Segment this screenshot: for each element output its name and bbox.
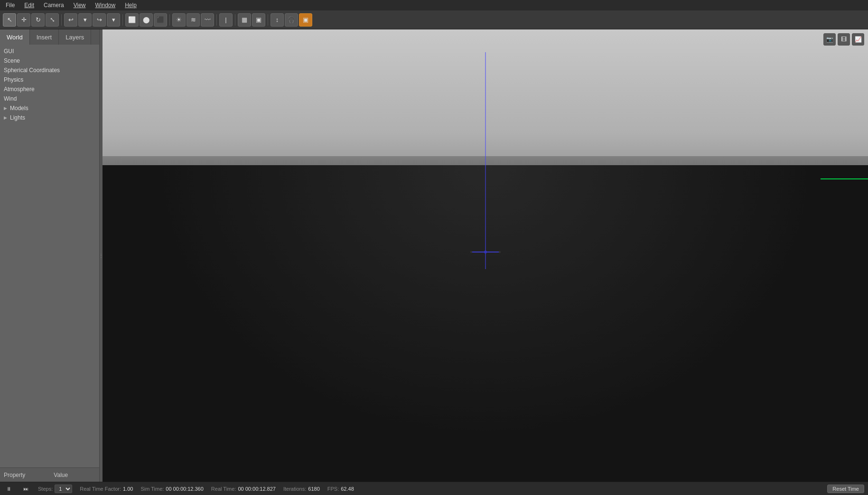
undo-arrow-button[interactable]: ▾ bbox=[78, 13, 92, 27]
iterations-value: 6180 bbox=[308, 486, 319, 492]
tree-item-wind[interactable]: Wind bbox=[0, 94, 99, 103]
toolbar-separator-3 bbox=[169, 14, 170, 26]
fps-group: FPS: 62.48 bbox=[327, 486, 354, 492]
statusbar: ⏸ ⏭ Steps: 1 2 5 Real Time Factor: 1.00 … bbox=[0, 482, 868, 495]
tabs-row: World Insert Layers bbox=[0, 29, 99, 45]
real-time-factor-value: 1.00 bbox=[123, 486, 133, 492]
toolbar-separator-6 bbox=[268, 14, 268, 26]
tree-panel: GUI Scene Spherical Coordinates Physics … bbox=[0, 45, 99, 467]
snap-button[interactable]: | bbox=[219, 13, 233, 27]
real-time-group: Real Time: 00 00:00:12.827 bbox=[211, 486, 276, 492]
menu-window[interactable]: Window bbox=[92, 1, 120, 9]
real-time-factor-label: Real Time Factor: bbox=[80, 486, 121, 492]
sun-button[interactable]: ☀ bbox=[172, 13, 186, 27]
vertical-axis-line bbox=[485, 52, 485, 269]
audio-button[interactable]: 🎧 bbox=[285, 13, 298, 27]
rotate-tool-button[interactable]: ↻ bbox=[31, 13, 45, 27]
reset-time-button[interactable]: Reset Time bbox=[827, 485, 864, 493]
svg-point-5 bbox=[499, 251, 501, 253]
tab-layers[interactable]: Layers bbox=[59, 29, 91, 45]
tree-item-lights[interactable]: Lights bbox=[0, 113, 99, 122]
iterations-label: Iterations: bbox=[283, 486, 306, 492]
menu-help[interactable]: Help bbox=[121, 1, 140, 9]
tree-item-models[interactable]: Models bbox=[0, 103, 99, 113]
toolbar-separator-4 bbox=[216, 14, 217, 26]
fps-value: 62.48 bbox=[341, 486, 354, 492]
save-button[interactable]: ▦ bbox=[238, 13, 251, 27]
green-axis-line bbox=[821, 174, 868, 184]
tree-item-spherical-coordinates[interactable]: Spherical Coordinates bbox=[0, 65, 99, 75]
translate-tool-button[interactable]: ✛ bbox=[17, 13, 30, 27]
viewport-icons: 📷 🎞 📈 bbox=[823, 33, 864, 46]
wave-button[interactable]: 〰 bbox=[201, 13, 214, 27]
screenshot-icon[interactable]: 📷 bbox=[823, 33, 836, 46]
chart-icon[interactable]: 📈 bbox=[852, 33, 864, 46]
sim-time-group: Sim Time: 00 00:00:12.360 bbox=[140, 486, 203, 492]
iterations-group: Iterations: 6180 bbox=[283, 486, 320, 492]
svg-point-4 bbox=[470, 251, 472, 253]
sim-time-value: 00 00:00:12.360 bbox=[166, 486, 204, 492]
tab-world[interactable]: World bbox=[0, 29, 30, 45]
real-time-factor-group: Real Time Factor: 1.00 bbox=[80, 486, 133, 492]
cylinder-button[interactable]: ⬛ bbox=[154, 13, 167, 27]
scale-tool-button[interactable]: ⤡ bbox=[46, 13, 59, 27]
menu-edit[interactable]: Edit bbox=[20, 1, 38, 9]
property-panel: Property Value bbox=[0, 467, 99, 482]
box-button[interactable]: ⬜ bbox=[125, 13, 139, 27]
menu-camera[interactable]: Camera bbox=[40, 1, 68, 9]
steps-select[interactable]: 1 2 5 bbox=[55, 485, 72, 493]
menu-file[interactable]: File bbox=[2, 1, 19, 9]
left-panel: World Insert Layers GUI Scene Spherical … bbox=[0, 29, 100, 482]
terrain-button[interactable]: ≋ bbox=[187, 13, 200, 27]
tree-item-scene[interactable]: Scene bbox=[0, 56, 99, 65]
select-tool-button[interactable]: ↖ bbox=[3, 13, 16, 27]
record-icon[interactable]: 🎞 bbox=[838, 33, 850, 46]
menu-view[interactable]: View bbox=[70, 1, 90, 9]
svg-point-3 bbox=[484, 251, 487, 253]
property-col-header: Property bbox=[4, 472, 25, 478]
fps-label: FPS: bbox=[327, 486, 339, 492]
steps-label: Steps: bbox=[38, 486, 53, 492]
save-as-button[interactable]: ▣ bbox=[252, 13, 265, 27]
value-col-header: Value bbox=[54, 472, 68, 478]
toolbar-separator-2 bbox=[122, 14, 123, 26]
toolbar-separator-1 bbox=[61, 14, 62, 26]
undo-button[interactable]: ↩ bbox=[64, 13, 77, 27]
toolbar-separator-5 bbox=[235, 14, 235, 26]
main-content: World Insert Layers GUI Scene Spherical … bbox=[0, 29, 868, 482]
orange-button[interactable]: ▣ bbox=[299, 13, 312, 27]
sphere-button[interactable]: ⬤ bbox=[140, 13, 153, 27]
move-button[interactable]: ↕ bbox=[271, 13, 284, 27]
real-time-value: 00 00:00:12.827 bbox=[238, 486, 276, 492]
real-time-label: Real Time: bbox=[211, 486, 236, 492]
toolbar: ↖ ✛ ↻ ⤡ ↩ ▾ ↪ ▾ ⬜ ⬤ ⬛ ☀ ≋ 〰 | ▦ ▣ ↕ 🎧 ▣ bbox=[0, 10, 868, 29]
sim-time-label: Sim Time: bbox=[140, 486, 164, 492]
tree-item-gui[interactable]: GUI bbox=[0, 47, 99, 56]
pause-button[interactable]: ⏸ bbox=[4, 484, 13, 494]
redo-button[interactable]: ↪ bbox=[93, 13, 106, 27]
tree-item-atmosphere[interactable]: Atmosphere bbox=[0, 84, 99, 94]
redo-arrow-button[interactable]: ▾ bbox=[107, 13, 120, 27]
menubar: File Edit Camera View Window Help bbox=[0, 0, 868, 10]
tab-insert[interactable]: Insert bbox=[30, 29, 59, 45]
step-button[interactable]: ⏭ bbox=[21, 484, 30, 494]
viewport[interactable]: 📷 🎞 📈 bbox=[103, 29, 868, 482]
steps-group: Steps: 1 2 5 bbox=[38, 485, 72, 493]
model-marker bbox=[467, 247, 504, 257]
tree-item-physics[interactable]: Physics bbox=[0, 75, 99, 84]
